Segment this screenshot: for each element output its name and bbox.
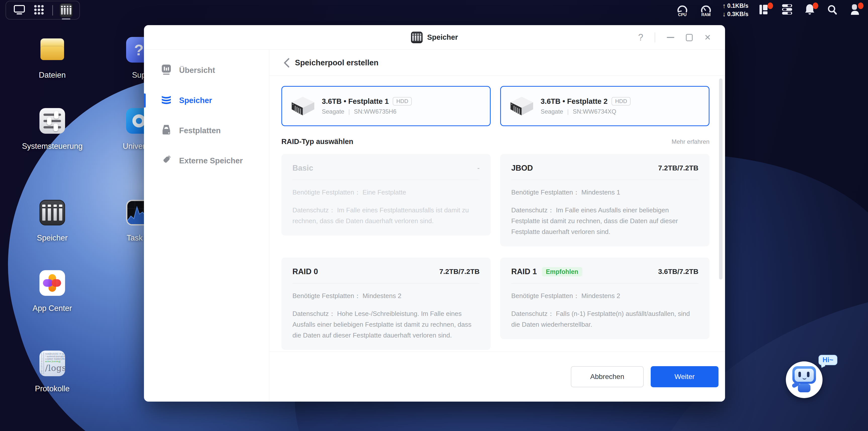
settings-sliders-icon: [39, 108, 65, 134]
scroll-content: 3.6TB • Festplatte 1 HDD Seagate | SN:WW…: [269, 76, 725, 351]
raid-capacity: 3.6TB/7.2TB: [658, 268, 699, 276]
page-title: Speicherpool erstellen: [295, 58, 379, 67]
desktop-icon-label: Protokolle: [35, 384, 70, 393]
disk-card-2[interactable]: 3.6TB • Festplatte 2 HDD Seagate | SN:WW…: [500, 86, 710, 126]
raid-option-basic: Basic - Benötigte Festplatten： Eine Fest…: [281, 154, 491, 236]
assistant-robot-button[interactable]: [786, 361, 823, 398]
desktop-icon-files[interactable]: Dateien: [25, 37, 80, 80]
ram-gauge-icon: [702, 6, 710, 12]
raid-name: RAID 1: [511, 267, 537, 277]
required-disks-label: Benötigte Festplatten：: [292, 292, 361, 300]
raid-option-jbod[interactable]: JBOD 7.2TB/7.2TB Benötigte Festplatten： …: [500, 154, 710, 246]
required-disks-value: Mindestens 2: [581, 292, 620, 300]
notification-dot: [858, 2, 864, 9]
raid-option-raid0[interactable]: RAID 0 7.2TB/7.2TB Benötigte Festplatten…: [281, 257, 491, 350]
app-center-icon: [39, 270, 65, 296]
scrollbar[interactable]: [719, 79, 722, 279]
ram-monitor[interactable]: RAM: [699, 3, 713, 17]
recommended-badge: Empfohlen: [542, 267, 582, 276]
disk-type-badge: HDD: [393, 97, 412, 105]
user-menu-button[interactable]: [848, 3, 862, 17]
raid-section-header: RAID-Typ auswählen Mehr erfahren: [281, 137, 710, 146]
search-button[interactable]: [826, 3, 839, 17]
system-tray: CPU RAM ↑0.1KB/s ↓0.3KB/s: [675, 0, 862, 20]
required-disks-value: Mindestens 1: [581, 188, 620, 196]
sidebar-item-label: Externe Speicher: [179, 156, 243, 165]
raid-name: RAID 0: [292, 267, 318, 277]
desktop-icon-label: Systemsteuerung: [22, 142, 83, 151]
required-disks-value: Eine Festplatte: [363, 188, 406, 196]
minimize-button[interactable]: [667, 37, 674, 38]
window-sidebar: Übersicht Speicher Festplatten: [144, 50, 269, 402]
desktop-icon-system-settings[interactable]: Systemsteuerung: [25, 108, 80, 151]
notifications-button[interactable]: [803, 3, 816, 17]
disk-serial: SN:WW6734XQ: [573, 108, 616, 115]
wizard-footer: Abbrechen Weiter: [270, 351, 725, 402]
back-button[interactable]: [281, 58, 291, 68]
logs-line-numbers: 1 2 3 4 5 6 7 8 9: [41, 352, 44, 374]
disk-serial: SN:WW6735H6: [354, 108, 397, 115]
required-disks-label: Benötigte Festplatten：: [511, 188, 580, 196]
help-button[interactable]: ?: [638, 33, 643, 42]
sidebar-item-disks[interactable]: Festplatten: [144, 123, 269, 139]
folder-icon: [39, 37, 65, 63]
raid-capacity: 7.2TB/7.2TB: [439, 268, 479, 276]
card-divider: [292, 180, 479, 180]
robot-icon: [790, 365, 818, 394]
learn-more-link[interactable]: Mehr erfahren: [672, 138, 710, 145]
logs-text-line: root@UGOS:~# systemctl: [45, 352, 65, 355]
desktop-icon-label: Speicher: [37, 234, 68, 243]
maximize-button[interactable]: [686, 34, 693, 41]
desktop-icon-storage[interactable]: Speicher: [25, 200, 80, 243]
notification-dot: [813, 2, 818, 9]
card-divider: [292, 283, 479, 283]
database-icon: [160, 94, 172, 107]
sidebar-item-external-storage[interactable]: Externe Speicher: [144, 153, 269, 169]
usb-stick-icon: [160, 154, 172, 167]
svg-text:RAM: RAM: [701, 12, 710, 17]
protection-label: Datenschutz：: [292, 206, 335, 214]
app-grid-icon: [34, 4, 44, 16]
storage-app-window: Speicher ? ✕ Übersicht: [144, 25, 725, 402]
running-app-indicator: [62, 18, 70, 20]
raid-option-raid1[interactable]: RAID 1 Empfohlen 3.6TB/7.2TB Benötigte F…: [500, 257, 710, 339]
protection-label: Datenschutz：: [292, 310, 335, 317]
disk-title: 3.6TB • Festplatte 1: [322, 97, 389, 105]
app-launcher-button[interactable]: [32, 4, 45, 17]
task-queue-icon: [782, 4, 793, 16]
next-button[interactable]: Weiter: [651, 366, 718, 387]
svg-text:CPU: CPU: [678, 12, 687, 17]
desktop-icon-label: Dateien: [39, 71, 66, 80]
logs-text-line: Loaded: loaded [/lib/anom: [45, 358, 65, 360]
sidebar-item-storage[interactable]: Speicher: [144, 92, 269, 109]
storage-app-taskbar-button[interactable]: [60, 4, 72, 17]
card-divider: [511, 283, 699, 283]
task-queue-button[interactable]: [781, 3, 794, 17]
protection-label: Datenschutz：: [511, 206, 554, 214]
active-item-indicator: [144, 93, 146, 107]
assistant-greeting-bubble: Hi~: [818, 355, 837, 365]
raid-name: Basic: [292, 163, 313, 173]
search-icon: [827, 4, 838, 16]
cancel-button[interactable]: Abbrechen: [571, 366, 644, 387]
logs-word: /logs: [45, 363, 65, 373]
desktop-icon-label: App Center: [33, 304, 72, 313]
desktop-icon-app-center[interactable]: App Center: [25, 270, 80, 313]
show-desktop-button[interactable]: [13, 4, 26, 17]
titlebar-divider: [655, 32, 655, 42]
nas-storage-icon: [60, 3, 72, 17]
sidebar-item-overview[interactable]: Übersicht: [144, 62, 269, 79]
close-button[interactable]: ✕: [704, 33, 711, 41]
window-title: Speicher: [427, 33, 458, 41]
notification-dot: [768, 2, 773, 9]
card-divider: [511, 180, 699, 180]
logs-text-line: * systemd-journalctl: [45, 355, 65, 358]
network-speed[interactable]: ↑0.1KB/s ↓0.3KB/s: [722, 2, 748, 18]
cpu-monitor[interactable]: CPU: [675, 3, 689, 17]
disk-card-1[interactable]: 3.6TB • Festplatte 1 HDD Seagate | SN:WW…: [281, 86, 491, 126]
desktop-icon-logs[interactable]: 1 2 3 4 5 6 7 8 9 root@UGOS:~# systemctl…: [25, 350, 80, 393]
widgets-button[interactable]: [758, 3, 771, 17]
raid-capacity: -: [477, 164, 479, 172]
disk-vendor: Seagate: [541, 108, 563, 115]
disk-selection-row: 3.6TB • Festplatte 1 HDD Seagate | SN:WW…: [281, 86, 725, 126]
